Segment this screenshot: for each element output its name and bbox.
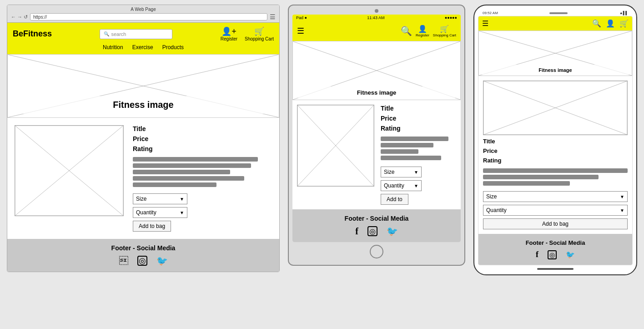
tablet-product-description xyxy=(381,137,456,160)
refresh-icon[interactable]: ↺ xyxy=(24,14,28,20)
tablet-quantity-dropdown[interactable]: Quantity ▼ xyxy=(381,180,422,191)
desc-line-4 xyxy=(133,176,244,181)
tablet-screen: Pad ● 11:43 AM ●●●●● ☰ 🔍 👤 Register 🛒 Sh… xyxy=(292,15,461,242)
desktop-frame: A Web Page ← → ↺ ☰ BeFitness 🔍 search 👤+… xyxy=(7,5,280,272)
mobile-signal-icons: ▲▌▌ xyxy=(619,11,628,15)
mobile-hamburger-icon[interactable]: ☰ xyxy=(482,19,488,28)
tablet-register-button[interactable]: 👤 Register xyxy=(416,25,429,37)
product-title: Title xyxy=(133,125,272,132)
nav-actions: 👤+ Register 🛒 Shopping Cart xyxy=(221,26,274,41)
mobile-quantity-dropdown[interactable]: Quantity ▼ xyxy=(483,205,628,216)
mobile-desc-line-1 xyxy=(483,168,628,173)
site-logo[interactable]: BeFitness xyxy=(13,29,52,39)
tablet-desc-line-3 xyxy=(381,149,418,154)
tablet-facebook-icon[interactable]: f xyxy=(355,226,358,237)
tablet-search-icon[interactable]: 🔍 xyxy=(401,25,412,36)
desc-line-2 xyxy=(133,163,251,168)
mobile-signal: ▲▌▌ xyxy=(619,11,628,15)
register-button[interactable]: 👤+ Register xyxy=(221,26,237,41)
tablet-home-button[interactable] xyxy=(370,245,383,258)
tablet-footer: Footer - Social Media f ◎ 🐦 xyxy=(292,209,461,242)
instagram-icon[interactable]: ◎ xyxy=(137,256,147,266)
tablet-instagram-icon[interactable]: ◎ xyxy=(367,226,377,236)
mobile-desc-line-2 xyxy=(483,175,599,179)
tablet-cart-label: Shopping Cart xyxy=(433,33,456,37)
search-placeholder: search xyxy=(111,31,126,37)
product-wireframe-image xyxy=(15,126,123,216)
mobile-add-to-bag-button[interactable]: Add to bag xyxy=(483,218,628,229)
tablet-quantity-arrow-icon: ▼ xyxy=(414,183,418,188)
cart-label: Shopping Cart xyxy=(245,36,274,41)
mobile-footer-title: Footer - Social Media xyxy=(526,239,585,246)
mobile-product-price: Price xyxy=(483,147,628,154)
size-dropdown-arrow-icon: ▼ xyxy=(180,197,184,202)
register-icon: 👤+ xyxy=(221,26,236,36)
twitter-icon[interactable]: 🐦 xyxy=(156,255,168,266)
search-bar[interactable]: 🔍 search xyxy=(100,29,172,39)
add-to-bag-button[interactable]: Add to bag xyxy=(133,221,171,232)
desktop-nav: BeFitness 🔍 search 👤+ Register 🛒 Shoppin… xyxy=(7,23,279,54)
tablet-product-title: Title xyxy=(381,105,456,112)
tablet-size-label: Size xyxy=(384,169,394,175)
mobile-quantity-arrow-icon: ▼ xyxy=(620,208,624,213)
mobile-instagram-icon[interactable]: ◎ xyxy=(548,250,557,259)
desktop-product-image xyxy=(15,125,124,216)
tablet-product-section: Title Price Rating Size ▼ Quantity ▼ A xyxy=(292,100,461,209)
desktop-product-details: Title Price Rating Size ▼ Quantity ▼ Add… xyxy=(133,125,272,232)
tablet-product-wireframe xyxy=(297,105,374,186)
tablet-fitness-label: Fitness image xyxy=(293,86,460,98)
tablet-footer-title: Footer - Social Media xyxy=(345,215,409,222)
facebook-icon[interactable]:  xyxy=(119,256,128,266)
mobile-size-dropdown[interactable]: Size ▼ xyxy=(483,191,628,202)
tablet-twitter-icon[interactable]: 🐦 xyxy=(387,226,398,237)
mobile-fitness-label: Fitness image xyxy=(479,65,632,75)
mobile-twitter-icon[interactable]: 🐦 xyxy=(566,250,575,259)
product-rating: Rating xyxy=(133,145,272,152)
forward-arrow-icon[interactable]: → xyxy=(17,14,22,20)
tablet-product-image xyxy=(297,105,374,187)
tablet-size-dropdown[interactable]: Size ▼ xyxy=(381,167,422,177)
desktop-footer: Footer - Social Media  ◎ 🐦 xyxy=(7,239,279,272)
cart-button[interactable]: 🛒 Shopping Cart xyxy=(245,26,274,41)
mobile-screen: ☰ 🔍 👤 🛒 Fitness image xyxy=(478,16,633,265)
browser-title: A Web Page xyxy=(11,7,276,12)
tablet-desc-line-4 xyxy=(381,156,441,160)
size-dropdown[interactable]: Size ▼ xyxy=(133,193,187,204)
tablet-cart-icon: 🛒 xyxy=(440,25,449,33)
tablet-nav: ☰ 🔍 👤 Register 🛒 Shopping Cart xyxy=(292,21,461,41)
browser-menu-icon[interactable]: ☰ xyxy=(270,13,276,20)
tablet-register-icon: 👤 xyxy=(418,25,427,33)
mobile-top-bar: 09:52 AM ▲▌▌ xyxy=(478,10,633,16)
mobile-desc-line-3 xyxy=(483,181,570,186)
quantity-dropdown-arrow-icon: ▼ xyxy=(180,210,184,215)
tablet-add-to-bag-button[interactable]: Add to xyxy=(381,194,408,205)
url-bar[interactable] xyxy=(30,13,267,20)
cart-icon: 🛒 xyxy=(254,26,264,36)
tablet-status-bar: Pad ● 11:43 AM ●●●●● xyxy=(292,15,461,21)
tablet-product-details: Title Price Rating Size ▼ Quantity ▼ A xyxy=(381,105,456,205)
footer-title: Footer - Social Media xyxy=(111,244,176,252)
mobile-search-icon[interactable]: 🔍 xyxy=(592,19,601,28)
tablet-cart-button[interactable]: 🛒 Shopping Cart xyxy=(433,25,456,37)
nav-link-exercise[interactable]: Exercise xyxy=(132,44,153,51)
nav-link-nutrition[interactable]: Nutrition xyxy=(103,44,123,51)
mobile-product-image xyxy=(483,81,628,135)
product-price: Price xyxy=(133,135,272,142)
desktop-nav-top: BeFitness 🔍 search 👤+ Register 🛒 Shoppin… xyxy=(13,26,274,41)
back-arrow-icon[interactable]: ← xyxy=(11,14,16,20)
mobile-frame: 09:52 AM ▲▌▌ ☰ 🔍 👤 🛒 Fitness image xyxy=(473,5,637,275)
mobile-facebook-icon[interactable]: f xyxy=(536,250,538,259)
tablet-status-left: Pad ● xyxy=(296,15,307,20)
mobile-footer: Footer - Social Media f ◎ 🐦 xyxy=(478,234,632,265)
tablet-nav-right: 🔍 👤 Register 🛒 Shopping Cart xyxy=(401,25,456,37)
mobile-register-icon[interactable]: 👤 xyxy=(606,19,615,28)
nav-link-products[interactable]: Products xyxy=(162,44,184,51)
mobile-size-label: Size xyxy=(486,193,497,200)
quantity-dropdown[interactable]: Quantity ▼ xyxy=(133,207,187,218)
mobile-home-indicator xyxy=(537,268,574,270)
hamburger-icon[interactable]: ☰ xyxy=(297,26,304,36)
mobile-product-title: Title xyxy=(483,138,628,145)
desc-line-1 xyxy=(133,157,258,162)
mobile-cart-icon[interactable]: 🛒 xyxy=(619,19,629,28)
mobile-product-details: Title Price Rating Size ▼ Quantity ▼ Add… xyxy=(483,138,628,229)
